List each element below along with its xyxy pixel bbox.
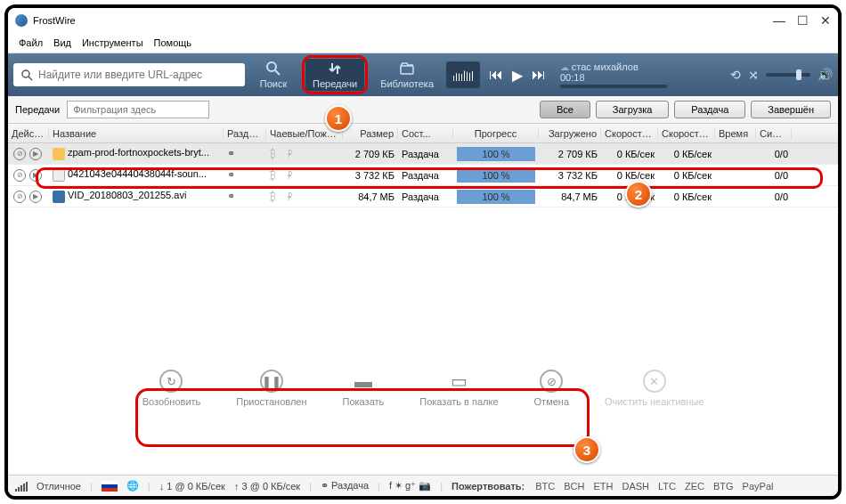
progress-bar: 100 % bbox=[457, 147, 535, 161]
volume-slider[interactable] bbox=[766, 73, 810, 77]
playback-time: 00:18 bbox=[560, 72, 585, 83]
col-size[interactable]: Размер bbox=[343, 128, 398, 139]
folder-icon: ▬ bbox=[352, 370, 375, 393]
resume-button[interactable]: ↻Возобновить bbox=[142, 370, 201, 407]
tab-seeding[interactable]: Раздача bbox=[674, 101, 745, 118]
row-size: 3 732 КБ bbox=[343, 170, 398, 181]
toolbar-library-label: Библиотека bbox=[380, 78, 434, 89]
volume-icon[interactable]: 🔊 bbox=[818, 68, 833, 82]
pause-button[interactable]: ❚❚Приостановлен bbox=[236, 370, 306, 407]
file-icon bbox=[53, 169, 65, 182]
col-seed[interactable]: Раздача bbox=[224, 128, 266, 139]
show-button[interactable]: ▬Показать bbox=[343, 370, 385, 407]
row-speed-ul: 0 КБ/сек bbox=[658, 170, 715, 181]
col-downloaded[interactable]: Загружено bbox=[539, 128, 601, 139]
search-box[interactable] bbox=[13, 63, 245, 86]
coin-bch[interactable]: BCH bbox=[562, 481, 586, 492]
row-peers: 0/0 bbox=[756, 191, 792, 202]
table-row[interactable]: ⊘▶0421043e04440438044f-soun...⚭₿ ₽3 732 … bbox=[8, 165, 838, 186]
play-icon[interactable]: ▶ bbox=[29, 169, 42, 182]
soundcloud-button[interactable] bbox=[446, 61, 480, 88]
globe-icon: 🌐 bbox=[126, 480, 139, 492]
progress-bar: 100 % bbox=[457, 168, 535, 183]
callout-1: 1 bbox=[325, 105, 352, 132]
svg-rect-4 bbox=[401, 66, 413, 74]
menubar: Файл Вид Инструменты Помощь bbox=[8, 33, 838, 53]
menu-file[interactable]: Файл bbox=[15, 36, 46, 50]
menu-help[interactable]: Помощь bbox=[150, 36, 196, 50]
coin-dash[interactable]: DASH bbox=[620, 481, 651, 492]
stop-icon[interactable]: ⊘ bbox=[13, 148, 26, 160]
row-speed-ul: 0 КБ/сек bbox=[658, 191, 715, 202]
filter-input[interactable] bbox=[67, 101, 209, 118]
shuffle-button[interactable]: ⤨ bbox=[748, 68, 759, 82]
toolbar-library-button[interactable]: Библиотека bbox=[373, 59, 441, 91]
transfers-icon bbox=[327, 61, 343, 77]
maximize-button[interactable]: ☐ bbox=[797, 15, 808, 26]
search-icon bbox=[20, 69, 33, 81]
row-peers: 0/0 bbox=[756, 149, 792, 159]
tip-icons[interactable]: ₿ ₽ bbox=[266, 147, 343, 160]
toolbar-transfers-label: Передачи bbox=[313, 78, 357, 89]
col-name[interactable]: Название bbox=[49, 128, 224, 139]
tip-icons[interactable]: ₿ ₽ bbox=[266, 190, 343, 203]
connection-quality: Отличное bbox=[37, 481, 81, 492]
col-progress[interactable]: Прогресс bbox=[453, 128, 539, 139]
stop-icon[interactable]: ⊘ bbox=[13, 169, 26, 182]
seek-bar[interactable] bbox=[560, 85, 667, 88]
col-speed-ul[interactable]: Скорость... bbox=[658, 128, 715, 139]
soundcloud-icon bbox=[453, 69, 473, 81]
toolbar-search-button[interactable]: Поиск bbox=[250, 59, 297, 91]
cancel-button[interactable]: ⊘Отмена bbox=[534, 370, 569, 407]
menu-view[interactable]: Вид bbox=[50, 36, 75, 50]
clear-icon: ✕ bbox=[643, 370, 666, 393]
cancel-icon: ⊘ bbox=[540, 370, 563, 393]
coin-eth[interactable]: ETH bbox=[591, 481, 614, 492]
upload-speed: ↑ 3 @ 0 КБ/сек bbox=[234, 481, 300, 492]
play-button[interactable]: ▶ bbox=[512, 67, 523, 84]
clear-inactive-button[interactable]: ✕Очистить неактивные bbox=[605, 370, 704, 407]
menu-tools[interactable]: Инструменты bbox=[78, 36, 147, 50]
row-speed-dl: 0 КБ/сек bbox=[601, 149, 658, 159]
col-peers[interactable]: Сидов bbox=[756, 128, 792, 139]
now-playing: ☁ стас михайлов 00:18 bbox=[560, 61, 667, 88]
minimize-button[interactable]: — bbox=[774, 15, 785, 26]
coin-paypal[interactable]: PayPal bbox=[741, 481, 776, 492]
tab-downloading[interactable]: Загрузка bbox=[596, 101, 669, 118]
tab-all[interactable]: Все bbox=[540, 101, 590, 118]
svg-line-3 bbox=[275, 70, 280, 75]
coin-ltc[interactable]: LTC bbox=[656, 481, 678, 492]
next-track-button[interactable]: ⏭ bbox=[532, 67, 546, 83]
search-input[interactable] bbox=[38, 69, 238, 81]
tab-finished[interactable]: Завершён bbox=[751, 101, 831, 118]
prev-track-button[interactable]: ⏮ bbox=[489, 67, 503, 83]
toolbar-transfers-button[interactable]: Передачи bbox=[305, 59, 364, 91]
row-size: 84,7 МБ bbox=[343, 191, 398, 202]
table-body: ⊘▶zpam-prod-fortnoxpockets-bryt...⚭₿ ₽2 … bbox=[8, 143, 838, 357]
social-icons[interactable]: f ✶ g⁺ 📷 bbox=[389, 480, 431, 492]
play-icon[interactable]: ▶ bbox=[29, 191, 42, 203]
table-row[interactable]: ⊘▶zpam-prod-fortnoxpockets-bryt...⚭₿ ₽2 … bbox=[8, 143, 838, 165]
table-row[interactable]: ⊘▶VID_20180803_201255.avi⚭₿ ₽84,7 МБРазд… bbox=[8, 186, 838, 207]
seeding-status: ⚭ Раздача bbox=[321, 480, 369, 492]
coin-btg[interactable]: BTG bbox=[712, 481, 736, 492]
pause-label: Приостановлен bbox=[236, 396, 306, 407]
repeat-button[interactable]: ⟲ bbox=[730, 68, 741, 82]
row-peers: 0/0 bbox=[756, 170, 792, 181]
stop-icon[interactable]: ⊘ bbox=[13, 191, 26, 203]
callout-3: 3 bbox=[573, 436, 600, 463]
callout-2: 2 bbox=[625, 181, 652, 207]
col-time[interactable]: Время bbox=[715, 128, 756, 139]
col-state[interactable]: Сост... bbox=[398, 128, 453, 139]
show-in-folder-button[interactable]: ▭Показать в палке bbox=[419, 370, 498, 407]
coin-btc[interactable]: BTC bbox=[533, 481, 557, 492]
tip-icons[interactable]: ₿ ₽ bbox=[266, 168, 343, 182]
row-speed-dl: 0 КБ/сек bbox=[601, 170, 658, 181]
coin-zec[interactable]: ZEC bbox=[683, 481, 706, 492]
col-actions[interactable]: Дейст... bbox=[8, 128, 49, 139]
close-button[interactable]: ✕ bbox=[820, 15, 831, 26]
now-playing-title: стас михайлов bbox=[572, 61, 639, 72]
play-icon[interactable]: ▶ bbox=[29, 148, 42, 160]
row-downloaded: 84,7 МБ bbox=[539, 191, 601, 202]
col-speed-dl[interactable]: Скорость ... bbox=[601, 128, 658, 139]
